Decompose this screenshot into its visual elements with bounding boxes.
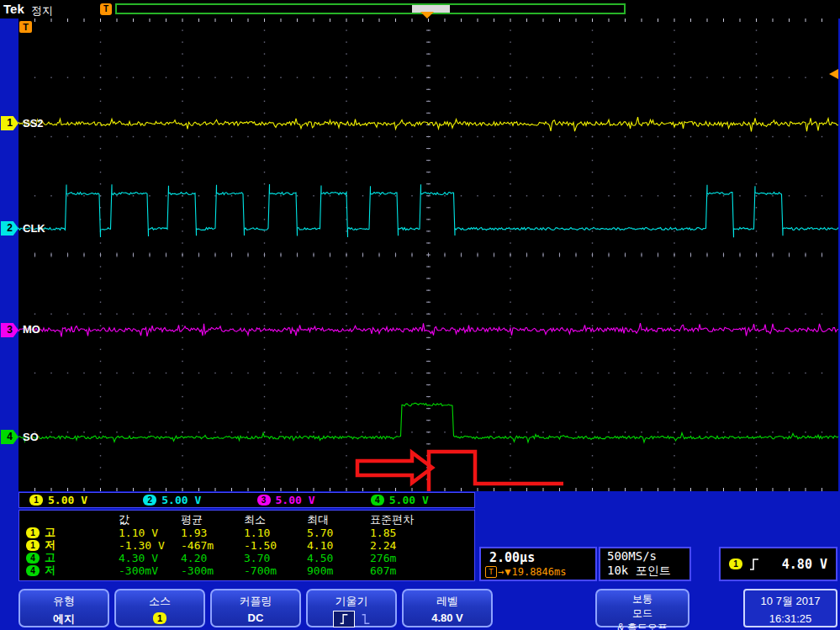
row-ch-badge: 4 [26,565,40,576]
menu-label: 커플링 [212,594,299,609]
measurement-row: 1고 1.10 V 1.93 1.10 5.70 1.85 [19,525,474,537]
channel-scale-2: 2 5.00 V [133,494,246,506]
row-max: 4.10 [307,539,370,552]
annotation-arrow-icon [357,453,432,483]
header-stdev: 표준편차 [370,512,471,527]
oscilloscope-ui: Tek 정지 T T SS2 CLK MO SO 1 2 3 4 1 5.00 … [0,0,840,630]
measurement-header-row: 값 평균 최소 최대 표준편차 [19,512,474,525]
row-max: 900m [307,564,370,577]
row-stdev: 607m [370,564,471,577]
falling-edge-icon [361,613,371,625]
row-max: 5.70 [307,527,370,539]
acquisition-status: 정지 [31,3,53,19]
date-value: 10 7월 2017 [745,594,836,609]
menu-label: 기울기 [308,594,395,609]
timebase-readout: 2.00µs T → ▼ 19.8846ms [479,547,597,581]
ch4-badge: 4 [371,495,384,506]
caret-icon: ▼ [505,566,510,578]
menu-value: 4.80 V [404,611,491,624]
traces [18,117,838,442]
row-mean: -467m [181,539,244,552]
menu-button-level[interactable]: 레벨 4.80 V [402,589,493,627]
menu-button-mode-holdoff[interactable]: 보통 모드 & 홀드오프 [595,589,689,627]
measurement-row: 4고 4.30 V 4.20 3.70 4.50 276m [19,550,474,563]
trigger-position-readout: T → ▼ 19.8846ms [481,566,595,578]
channel-scale-readout: 1 5.00 V 2 5.00 V 3 5.00 V 4 5.00 V [18,492,475,508]
trigger-time-icon: T [100,3,112,15]
channel-badge-4: 4 [1,430,18,444]
ch4-scale: 5.00 V [389,494,429,506]
row-min: -700m [244,564,307,577]
top-bar: Tek 정지 T [0,0,840,19]
row-max: 4.50 [307,552,370,564]
brand-logo: Tek [3,2,24,16]
trace-ch2-clk [18,184,838,237]
row-stdev: 1.85 [370,527,471,539]
channel-label-mo: MO [23,323,40,336]
row-kind: 저 [45,563,55,578]
arrow-icon: → [498,566,504,578]
ch1-scale: 5.00 V [48,494,87,506]
row-stdev: 2.24 [370,539,471,552]
channel-scale-3: 3 5.00 V [247,494,361,506]
measurement-table: 값 평균 최소 최대 표준편차 1고 1.10 V 1.93 1.10 5.70… [18,510,475,581]
menu-button-type[interactable]: 유형 에지 [18,589,109,627]
measurement-row: 1저 -1.30 V -467m -1.50 4.10 2.24 [19,537,474,550]
channel-label-so: SO [23,431,39,443]
record-view-bar [115,3,626,14]
slope-icons [308,611,395,627]
channel-scale-1: 1 5.00 V [19,494,133,506]
row-ch-badge: 1 [26,540,40,551]
timebase-scale: 2.00µs [481,548,595,565]
header-min: 최소 [244,512,307,527]
row-ch-badge: 1 [26,527,40,538]
record-length: 10k 포인트 [600,563,689,579]
row-value: 1.10 V [119,527,181,539]
row-ch-badge: 4 [26,553,40,564]
channel-badge-3: 3 [1,323,18,337]
menu-button-source[interactable]: 소스 1 [114,589,205,627]
menu-button-slope[interactable]: 기울기 [306,589,397,627]
rising-edge-icon [333,611,355,627]
header-max: 최대 [307,512,370,527]
trigger-position-value: 19.8846ms [511,566,566,578]
ch2-scale: 5.00 V [161,494,201,506]
measurement-row: 4저 -300mV -300m -700m 900m 607m [19,563,474,575]
graticule-and-traces [18,19,838,491]
row-value: -300mV [119,564,181,577]
row-mean: -300m [181,564,244,577]
graticule [34,19,822,491]
red-annotation [357,452,563,491]
row-min: -1.50 [244,539,307,552]
waveform-display: T SS2 CLK MO SO [18,19,838,491]
trace-ch3-mo [18,323,838,336]
row-value: -1.30 V [119,539,181,552]
header-mean: 평균 [181,512,244,527]
row-mean: 4.20 [181,552,244,564]
trace-ch1-ss2 [18,117,838,131]
acquisition-readout: 500MS/s 10k 포인트 [599,547,691,581]
menu-value: DC [212,611,299,624]
trigger-position-caret-icon [420,12,434,19]
menu-label: 보통 [597,592,688,606]
menu-value: & 홀드오프 [597,621,688,630]
trigger-readout: 1 4.80 V [719,547,837,581]
row-mean: 1.93 [181,527,244,539]
menu-button-coupling[interactable]: 커플링 DC [210,589,301,627]
header-value: 값 [119,512,181,527]
row-min: 1.10 [244,527,307,539]
trigger-level-marker: T [19,21,32,33]
datetime-display: 10 7월 2017 16:31:25 [743,589,837,627]
channel-badge-1: 1 [1,116,18,130]
row-min: 3.70 [244,552,307,564]
channel-badge-2: 2 [1,221,18,236]
channel-label-clk: CLK [23,222,45,235]
menu-label: 소스 [116,594,203,609]
rising-edge-icon [749,558,759,571]
ch3-scale: 5.00 V [276,494,315,506]
menu-label: 유형 [20,594,108,609]
source-channel-badge: 1 [153,612,166,624]
sample-rate: 500MS/s [600,548,689,563]
annotation-pulse-sketch [429,452,563,491]
ch2-badge: 2 [143,495,156,506]
